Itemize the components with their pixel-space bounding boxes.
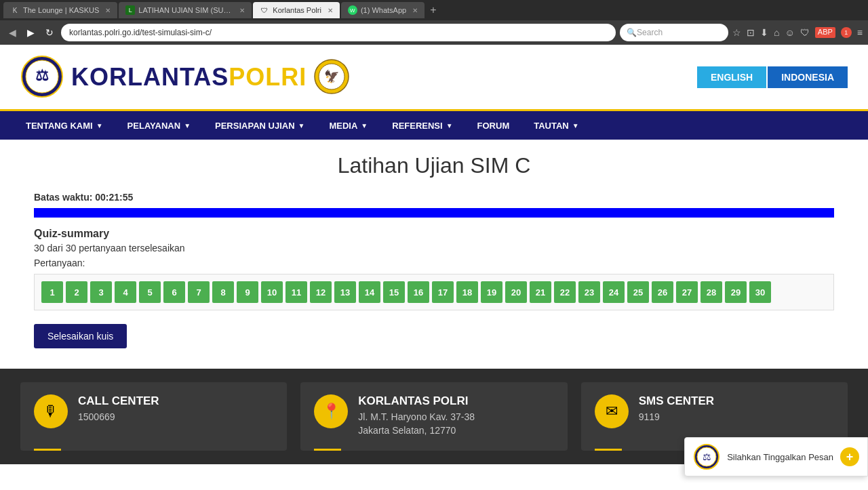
info-card-content-0: CALL CENTER 1500669 [78,394,159,424]
logo-korlantas: KORLANTAS [71,63,229,91]
logo-text: KORLANTASPOLRI [71,63,307,91]
progress-bar-fill [34,208,834,218]
tab-whatsapp[interactable]: W (1) WhatsApp ✕ [341,2,425,18]
reload-button[interactable]: ↻ [42,26,57,39]
nav-forum[interactable]: FORUM [465,111,522,140]
forward-button[interactable]: ▶ [24,26,38,39]
selesaikan-button[interactable]: Selesaikan kuis [34,324,127,348]
tab-label-latihan: LATIHAN UJIAN SIM (SUR... [138,6,233,14]
question-box[interactable]: 30 [749,281,771,303]
question-box[interactable]: 10 [261,281,283,303]
question-box[interactable]: 12 [310,281,332,303]
question-box[interactable]: 15 [383,281,405,303]
back-button[interactable]: ◀ [5,26,20,39]
question-box[interactable]: 13 [334,281,356,303]
address-bar[interactable]: korlantas.polri.go.id/test-simulasi-sim-… [61,24,616,41]
indonesia-button[interactable]: INDONESIA [768,66,848,88]
question-box[interactable]: 5 [139,281,161,303]
question-box[interactable]: 4 [115,281,136,303]
info-icon-1: 📍 [314,394,348,428]
svg-text:⚖: ⚖ [35,67,49,84]
question-box[interactable]: 3 [90,281,112,303]
question-box[interactable]: 28 [701,281,722,303]
tab-close-whatsapp[interactable]: ✕ [412,7,418,14]
page-title: Latihan Ujian SIM C [34,153,834,178]
emoji-icon[interactable]: ☺ [785,27,795,38]
question-box[interactable]: 29 [725,281,747,303]
tab-bar: K The Lounge | KASKUS ✕ L LATIHAN UJIAN … [0,0,868,20]
tab-korlantas[interactable]: 🛡 Korlantas Polri ✕ [253,2,340,18]
lang-buttons: ENGLISH INDONESIA [697,66,848,88]
quiz-summary-subtitle: 30 dari 30 pertanyaan terselesaikan [34,243,834,253]
question-box[interactable]: 27 [676,281,698,303]
download-icon[interactable]: ⬇ [760,27,768,38]
nav-arrow-persiapan: ▼ [298,122,305,129]
question-box[interactable]: 26 [652,281,673,303]
english-button[interactable]: ENGLISH [697,66,766,88]
nav-tautan[interactable]: TAUTAN ▼ [521,111,591,140]
nav-media[interactable]: MEDIA ▼ [317,111,380,140]
question-box[interactable]: 24 [603,281,625,303]
site-header: ⚖ KORLANTASPOLRI 🦅 ENGLISH INDONESIA [0,45,868,111]
shield-icon[interactable]: 🛡 [800,27,810,38]
question-box[interactable]: 6 [163,281,185,303]
pertanyaan-label: Pertanyaan: [34,258,834,268]
info-card-title-1: KORLANTAS POLRI [358,394,475,408]
info-icon-2: ✉ [595,394,629,428]
question-box[interactable]: 19 [481,281,502,303]
tab-close-latihan[interactable]: ✕ [239,7,245,14]
info-icon-0: 🎙 [34,394,68,428]
question-box[interactable]: 9 [237,281,258,303]
info-card-title-0: CALL CENTER [78,394,159,408]
question-box[interactable]: 7 [188,281,210,303]
nav-persiapan[interactable]: PERSIAPAN UJIAN ▼ [203,111,317,140]
tab-label-korlantas: Korlantas Polri [273,6,321,14]
nav-label-tautan: TAUTAN [534,121,569,131]
question-box[interactable]: 20 [505,281,527,303]
question-box[interactable]: 17 [432,281,454,303]
new-tab-button[interactable]: + [426,4,440,16]
chat-float[interactable]: ⚖ Silahkan Tinggalkan Pesan + [684,437,868,476]
nav-referensi[interactable]: REFERENSI ▼ [380,111,465,140]
timer-label: Batas waktu: 00:21:55 [34,192,133,203]
question-box[interactable]: 8 [212,281,234,303]
nav-arrow-pelayanan: ▼ [184,122,191,129]
tab-latihan[interactable]: L LATIHAN UJIAN SIM (SUR... ✕ [119,2,252,18]
sync-icon[interactable]: ⊡ [747,27,755,38]
tab-kaskus[interactable]: K The Lounge | KASKUS ✕ [3,2,117,18]
question-box[interactable]: 1 [41,281,63,303]
question-box[interactable]: 16 [408,281,429,303]
question-box[interactable]: 21 [530,281,551,303]
info-card-1: 📍 KORLANTAS POLRI Jl. M.T. Haryono Kav. … [300,382,567,451]
notification-badge[interactable]: 1 [841,27,852,38]
search-placeholder: Search [637,28,663,37]
question-box[interactable]: 22 [554,281,576,303]
tab-favicon-kaskus: K [10,5,20,15]
nav-pelayanan[interactable]: PELAYANAN ▼ [115,111,203,140]
question-box[interactable]: 18 [456,281,478,303]
question-box[interactable]: 14 [359,281,380,303]
search-bar[interactable]: 🔍 Search [620,24,728,41]
nav-label-referensi: REFERENSI [392,121,442,131]
nav-tentang-kami[interactable]: TENTANG KAMI ▼ [14,111,115,140]
tab-close-kaskus[interactable]: ✕ [105,7,111,14]
logo-emblem-right: 🦅 [313,58,351,96]
chat-float-plus[interactable]: + [840,447,859,466]
bookmark-star-icon[interactable]: ☆ [732,27,741,38]
question-box[interactable]: 11 [285,281,307,303]
question-box[interactable]: 23 [578,281,600,303]
svg-text:🦅: 🦅 [324,69,340,84]
info-card-line-0 [34,449,61,451]
quiz-summary-title: Quiz-summary [34,228,834,240]
tab-favicon-whatsapp: W [348,5,357,15]
question-box[interactable]: 25 [627,281,649,303]
tab-close-korlantas[interactable]: ✕ [328,7,333,14]
home-icon[interactable]: ⌂ [774,27,779,38]
adblock-icon[interactable]: ABP [815,27,835,38]
logo-polri: POLRI [229,63,307,91]
menu-icon[interactable]: ≡ [857,27,863,38]
chat-float-logo: ⚖ [693,443,720,470]
info-card-0: 🎙 CALL CENTER 1500669 [20,382,287,451]
logo-emblem-left: ⚖ [20,55,64,99]
question-box[interactable]: 2 [66,281,87,303]
